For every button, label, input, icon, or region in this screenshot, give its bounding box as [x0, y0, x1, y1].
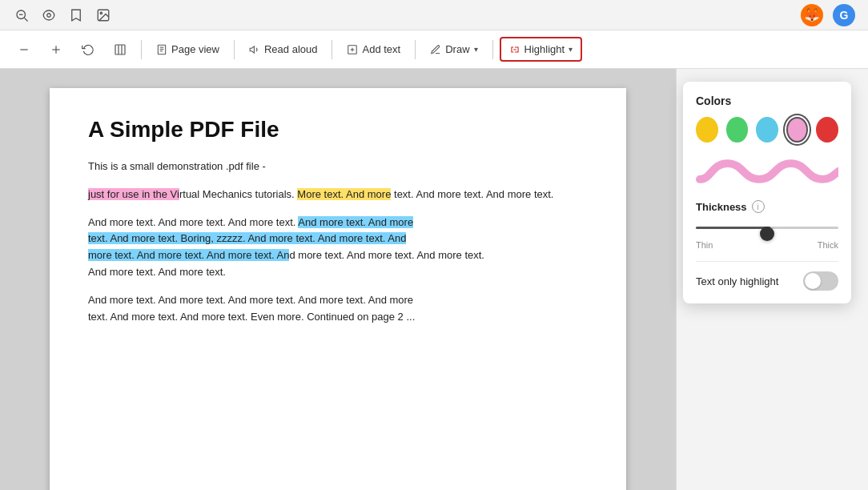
colors-title: Colors [696, 94, 838, 107]
read-aloud-label: Read aloud [264, 43, 318, 55]
separator-5 [492, 40, 493, 59]
draw-dropdown-arrow[interactable]: ▾ [474, 45, 478, 54]
separator-3 [332, 40, 332, 59]
pdf-title: A Simple PDF File [88, 117, 588, 143]
pdf-paragraph-4: And more text. And more text. And more t… [88, 292, 588, 326]
highlight-popup: Colors Thickness i [683, 82, 851, 303]
color-swatches-row [696, 117, 838, 143]
fit-button[interactable] [106, 38, 135, 61]
svg-rect-9 [115, 45, 125, 54]
pdf-paragraph-1: This is a small demonstration .pdf file … [88, 159, 588, 175]
slider-max-label: Thick [818, 240, 838, 250]
highlight-pink-1: just for use in the Vi [88, 188, 179, 200]
text-only-toggle[interactable] [803, 271, 838, 291]
toolbar: Page view Read aloud Add text Draw ▾ Hig… [0, 30, 868, 69]
page-view-button[interactable]: Page view [148, 38, 227, 60]
zoom-in-button[interactable] [42, 38, 70, 61]
svg-point-3 [47, 13, 51, 17]
separator-2 [234, 40, 235, 59]
svg-rect-10 [158, 45, 165, 54]
zoom-out-icon[interactable] [13, 6, 30, 24]
svg-marker-14 [250, 46, 254, 52]
pdf-page: A Simple PDF File This is a small demons… [50, 88, 626, 490]
color-green[interactable] [726, 117, 749, 143]
thickness-slider[interactable] [696, 219, 838, 235]
pdf-viewer[interactable]: A Simple PDF File This is a small demons… [0, 69, 676, 490]
slider-min-label: Thin [696, 240, 713, 250]
divider [696, 261, 838, 262]
highlight-panel: Colors Thickness i [676, 69, 868, 490]
profile-icon[interactable]: G [833, 4, 855, 26]
text-only-row: Text only highlight [696, 271, 838, 291]
separator-1 [141, 40, 142, 59]
thickness-header: Thickness i [696, 200, 838, 213]
highlight-dropdown-arrow[interactable]: ▾ [569, 45, 573, 54]
svg-point-5 [100, 12, 102, 14]
highlight-button[interactable]: Highlight ▾ [500, 37, 583, 62]
color-cyan[interactable] [756, 117, 778, 143]
toggle-knob [805, 273, 821, 289]
reading-view-icon[interactable] [40, 6, 58, 24]
rotate-button[interactable] [74, 38, 102, 61]
wave-preview [696, 155, 838, 187]
color-pink[interactable] [786, 117, 809, 143]
main-area: A Simple PDF File This is a small demons… [0, 69, 868, 490]
thickness-info-icon[interactable]: i [752, 200, 765, 213]
svg-line-1 [24, 18, 27, 21]
highlight-yellow-1: More text. And more [297, 188, 391, 200]
read-aloud-button[interactable]: Read aloud [241, 38, 326, 60]
add-text-button[interactable]: Add text [339, 38, 408, 60]
page-view-label: Page view [171, 43, 219, 55]
bookmark-icon[interactable] [67, 6, 85, 24]
pdf-paragraph-3: And more text. And more text. And more t… [88, 215, 588, 281]
thickness-label: Thickness [696, 201, 747, 213]
draw-button[interactable]: Draw ▾ [422, 38, 485, 60]
draw-label: Draw [445, 43, 469, 55]
highlight-label: Highlight [524, 43, 565, 55]
pdf-body: This is a small demonstration .pdf file … [88, 159, 588, 325]
separator-4 [415, 40, 416, 59]
image-icon[interactable] [94, 6, 112, 24]
zoom-out-button[interactable] [10, 38, 38, 61]
fox-icon[interactable]: 🦊 [801, 4, 823, 26]
text-only-label: Text only highlight [696, 275, 778, 287]
color-red[interactable] [816, 117, 838, 143]
color-yellow[interactable] [696, 117, 718, 143]
add-text-label: Add text [362, 43, 400, 55]
browser-top-bar: 🦊 G [0, 0, 868, 30]
pdf-paragraph-2: just for use in the Virtual Mechanics tu… [88, 187, 588, 203]
slider-labels: Thin Thick [696, 240, 838, 250]
